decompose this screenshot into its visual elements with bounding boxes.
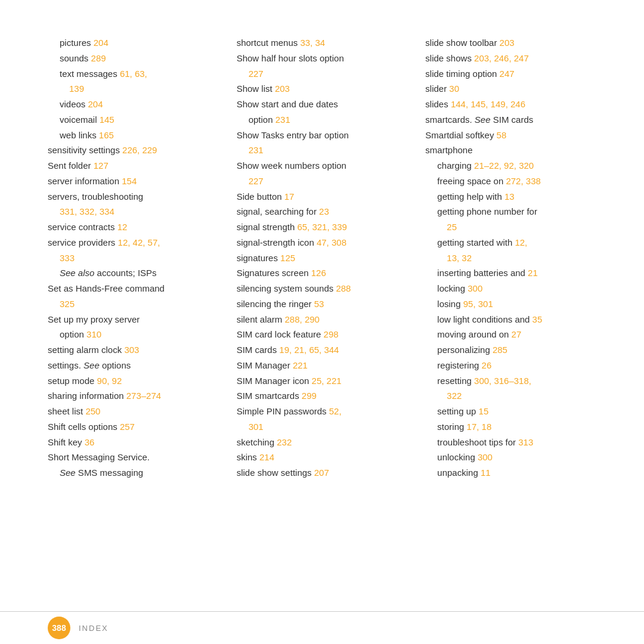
entry-page-numbers: 12, 42, 57, <box>118 237 160 247</box>
entry-label: silencing system sounds <box>237 283 336 293</box>
entry-label: signal-strength icon <box>237 237 317 247</box>
list-item: Simple PIN passwords 52, <box>237 404 408 419</box>
entry-page-numbers: 61, 63, <box>120 69 147 79</box>
list-item: Smartdial softkey 58 <box>425 128 596 143</box>
entry-label: setting up <box>437 406 478 416</box>
list-item: See also accounts; ISPs <box>48 266 219 281</box>
entry-label: skins <box>237 452 259 462</box>
entry-label: SIM Manager icon <box>237 376 312 386</box>
entry-label: Show start and due dates <box>237 99 338 109</box>
footer: 388 INDEX <box>0 611 644 644</box>
entry-page-numbers: 23 <box>319 206 329 216</box>
list-item: Show Tasks entry bar option <box>237 128 408 143</box>
list-item: signal strength 65, 321, 339 <box>237 220 408 235</box>
list-item: signatures 125 <box>237 251 408 266</box>
entry-label: voicemail <box>60 114 100 125</box>
list-item: Short Messaging Service. <box>48 450 219 465</box>
list-item: signal-strength icon 47, 308 <box>237 236 408 250</box>
list-item: setting alarm clock 303 <box>48 343 219 358</box>
entry-page-numbers: 13, 32 <box>447 253 472 263</box>
entry-page-numbers: 203 <box>275 83 290 94</box>
entry-label: Show week numbers option <box>237 160 346 171</box>
entry-page-numbers: 289 <box>91 53 106 63</box>
entry-label: setting alarm clock <box>48 345 124 355</box>
entry-label: videos <box>60 99 88 109</box>
entry-page-numbers: 231 <box>249 145 264 155</box>
list-item: slide shows 203, 246, 247 <box>425 51 596 66</box>
entry-page-numbers: 13 <box>504 191 515 202</box>
entry-page-numbers: 300 <box>467 283 482 293</box>
entry-label: sounds <box>60 53 91 63</box>
entry-page-numbers: 127 <box>94 160 109 171</box>
entry-page-numbers: 52, <box>329 406 342 416</box>
entry-label: signal strength <box>237 222 298 232</box>
entry-page-numbers: 65, 321, 339 <box>297 222 346 232</box>
entry-label: Show list <box>237 83 275 94</box>
entry-page-numbers: 203 <box>500 38 515 48</box>
entry-page-numbers: 12, <box>515 237 527 247</box>
list-item: slider 30 <box>425 82 596 97</box>
entry-page-numbers: 26 <box>482 360 492 370</box>
list-item: 227 <box>237 174 408 189</box>
list-item: resetting 300, 316–318, <box>425 374 596 389</box>
list-item: SIM cards 19, 21, 65, 344 <box>237 343 408 358</box>
entry-label: SIM cards <box>237 345 280 355</box>
entry-see-label: See <box>83 360 100 370</box>
entry-page-numbers: 27 <box>512 329 522 339</box>
list-item: slide show settings 207 <box>237 466 408 481</box>
entry-page-numbers: 25 <box>447 222 457 232</box>
entry-label: sharing information <box>48 391 126 401</box>
list-item: personalizing 285 <box>425 343 596 358</box>
column-2: shortcut menus 33, 34Show half hour slot… <box>237 36 426 572</box>
entry-label: slider <box>425 83 449 94</box>
list-item: Set as Hands-Free command <box>48 281 219 296</box>
page: pictures 204sounds 289text messages 61, … <box>0 0 644 644</box>
entry-label: slides <box>425 99 451 109</box>
entry-label: sketching <box>237 437 277 447</box>
entry-page-numbers: 21–22, 92, 320 <box>474 160 534 171</box>
entry-label: resetting <box>437 376 474 386</box>
entry-page-numbers: 207 <box>314 467 329 478</box>
entry-page-numbers: 288, 290 <box>285 314 320 324</box>
entry-page-numbers: 204 <box>88 99 103 109</box>
entry-page-numbers: 221 <box>293 360 308 370</box>
entry-label: slide show settings <box>237 467 314 478</box>
entry-label: getting phone number for <box>437 206 537 216</box>
entry-page-numbers: 19, 21, 65, 344 <box>279 345 339 355</box>
entry-page-numbers: 300 <box>478 452 493 462</box>
entry-page-numbers: 15 <box>479 406 489 416</box>
entry-italic-prefix: See also <box>60 268 94 278</box>
entry-label: locking <box>437 283 467 293</box>
list-item: charging 21–22, 92, 320 <box>425 159 596 174</box>
entry-page-numbers: 12 <box>117 222 128 232</box>
entry-label: getting started with <box>437 237 515 247</box>
entry-label: web links <box>60 130 99 140</box>
entry-page-numbers: 250 <box>85 406 100 416</box>
entry-page-numbers: 21 <box>528 268 538 278</box>
list-item: losing 95, 301 <box>425 297 596 312</box>
entry-label: Show half hour slots option <box>237 53 344 63</box>
entry-label: inserting batteries and <box>437 268 528 278</box>
list-item: shortcut menus 33, 34 <box>237 36 408 51</box>
list-item: voicemail 145 <box>48 113 219 128</box>
list-item: server information 154 <box>48 174 219 189</box>
entry-label: losing <box>437 299 463 309</box>
entry-label: Set up my proxy server <box>48 314 140 324</box>
entry-label: slide show toolbar <box>425 38 499 48</box>
list-item: service providers 12, 42, 57, <box>48 236 219 250</box>
list-item: Show list 203 <box>237 82 408 97</box>
entry-label-suffix: options <box>100 360 131 370</box>
entry-page-numbers: 30 <box>449 83 459 94</box>
entry-page-numbers: 298 <box>324 329 339 339</box>
list-item: servers, troubleshooting <box>48 190 219 205</box>
footer-label: INDEX <box>79 624 109 633</box>
entry-label: sensitivity settings <box>48 145 122 155</box>
entry-label: moving around on <box>437 329 511 339</box>
list-item: option 310 <box>48 327 219 342</box>
list-item: Show start and due dates <box>237 97 408 112</box>
list-item: slide timing option 247 <box>425 67 596 82</box>
list-item: Shift cells options 257 <box>48 420 219 435</box>
list-item: setting up 15 <box>425 404 596 419</box>
list-item: Side button 17 <box>237 190 408 205</box>
list-item: freeing space on 272, 338 <box>425 174 596 189</box>
